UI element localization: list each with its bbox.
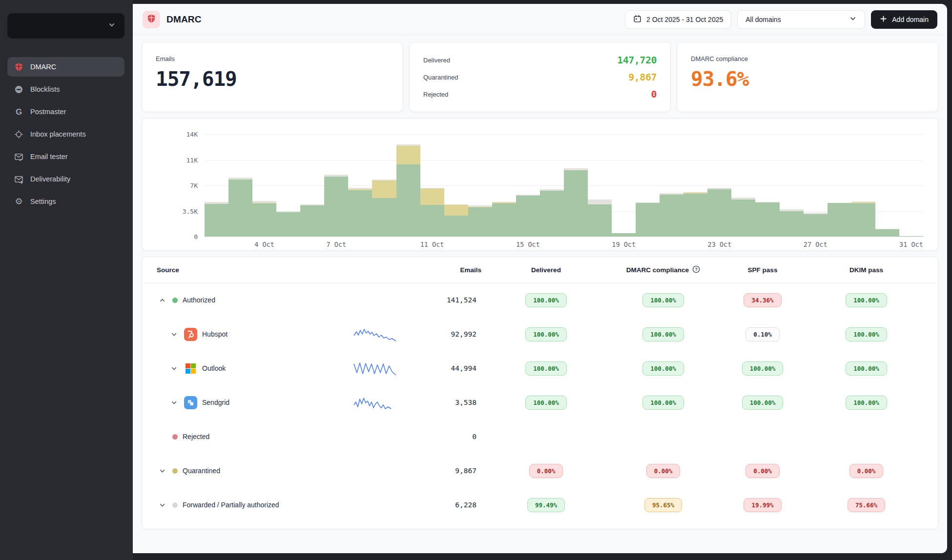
percentage-badge: 19.99% [744, 498, 781, 512]
column-delivered: Delivered [481, 266, 611, 274]
source-label: Rejected [183, 433, 209, 440]
crosshair-icon [14, 129, 24, 140]
table-row[interactable]: Outlook44,994100.00%100.00%100.00%100.00… [142, 351, 938, 385]
chevron-down-icon [849, 15, 857, 24]
x-axis-tick: 19 Oct [612, 240, 636, 248]
table-row[interactable]: Hubspot92,992100.00%100.00%0.10%100.00% [142, 317, 938, 351]
sidebar-item-dmarc[interactable]: DMARC [7, 57, 124, 77]
chart-bar [804, 213, 828, 237]
bar-segment-delivered [707, 189, 731, 237]
calendar-icon [633, 15, 642, 24]
table-row[interactable]: Sendgrid3,538100.00%100.00%100.00%100.00… [142, 385, 938, 420]
percentage-badge: 100.00% [742, 396, 784, 410]
chart-bar [324, 175, 348, 237]
chevron-up-icon[interactable] [157, 295, 167, 305]
bar-segment-delivered [755, 202, 779, 237]
add-domain-button[interactable]: Add domain [871, 10, 937, 29]
chevron-down-icon[interactable] [168, 363, 179, 374]
breakdown-row: Delivered147,720 [423, 54, 657, 66]
table-header-row: Source Emails Delivered DMARC compliance… [142, 257, 938, 283]
bar-segment-delivered [636, 203, 660, 237]
bar-segment-delivered [348, 190, 372, 237]
chart-bar [540, 189, 564, 237]
badge-cell: 100.00% [809, 361, 923, 376]
sidebar-item-inbox-placements[interactable]: Inbox placements [7, 124, 124, 144]
envelope-check-icon [14, 152, 24, 162]
breakdown-row: Rejected0 [423, 88, 657, 100]
column-emails: Emails [420, 266, 481, 274]
bar-segment-delivered [851, 203, 875, 237]
bar-segment-delivered [420, 205, 444, 237]
chart-bar [683, 192, 707, 237]
chevron-down-icon[interactable] [157, 465, 167, 476]
emails-value: 0 [420, 433, 481, 440]
envelope-arrow-icon [14, 174, 24, 184]
sidebar-item-label: Inbox placements [30, 130, 86, 138]
source-label: Authorized [183, 296, 215, 304]
sidebar-item-blocklists[interactable]: Blocklists [7, 80, 124, 99]
date-range-button[interactable]: 2 Oct 2025 - 31 Oct 2025 [625, 10, 731, 29]
badge-cell: 0.00% [809, 464, 923, 478]
help-icon[interactable]: ? [692, 265, 700, 275]
chevron-down-icon[interactable] [157, 500, 167, 510]
table-row[interactable]: Authorized141,524100.00%100.00%34.36%100… [142, 283, 938, 317]
source-cell: Authorized [157, 295, 332, 305]
y-axis-tick: 14K [186, 131, 198, 138]
breakdown-row: Quarantined9,867 [423, 71, 657, 83]
table-row[interactable]: Quarantined9,8670.00%0.00%0.00%0.00% [142, 454, 938, 488]
sidebar-item-settings[interactable]: ⚙Settings [7, 192, 124, 211]
badge-cell: 99.49% [481, 498, 611, 512]
percentage-badge: 100.00% [846, 293, 887, 307]
add-domain-label: Add domain [892, 16, 929, 23]
bar-segment-delivered [731, 200, 755, 237]
badge-cell: 100.00% [809, 327, 923, 341]
sparkline-cell [332, 394, 420, 411]
chart-bar [205, 202, 228, 237]
workspace-selector[interactable] [7, 13, 124, 39]
x-axis-tick: 23 Oct [708, 240, 732, 248]
volume-chart-card: 14K11K7K3.5K0 4 Oct7 Oct11 Oct15 Oct19 O… [142, 118, 938, 251]
google-g-icon: G [14, 107, 24, 117]
chart-bar [828, 203, 851, 237]
page-title: DMARC [166, 14, 202, 25]
percentage-badge: 100.00% [642, 293, 684, 307]
bar-segment-delivered [372, 198, 396, 237]
sidebar-item-label: Postmaster [30, 108, 66, 116]
chart-bar [780, 209, 804, 237]
bar-segment-forwarded [588, 200, 612, 205]
sidebar-item-label: DMARC [30, 63, 56, 71]
sidebar-item-postmaster[interactable]: GPostmaster [7, 102, 124, 121]
sidebar-item-email-tester[interactable]: Email tester [7, 147, 124, 166]
domain-filter-select[interactable]: All domains [737, 10, 865, 29]
chart-bar [707, 188, 731, 237]
sidebar-item-label: Settings [30, 198, 56, 205]
column-dkim-pass: DKIM pass [809, 266, 923, 274]
bar-segment-delivered [492, 203, 516, 237]
sidebar-item-deliverability[interactable]: Deliverability [7, 169, 124, 189]
y-axis-tick: 11K [186, 156, 198, 163]
date-range-label: 2 Oct 2025 - 31 Oct 2025 [646, 16, 723, 23]
bar-segment-delivered [228, 180, 252, 237]
bar-segment-delivered [324, 177, 348, 237]
svg-text:?: ? [695, 267, 698, 272]
sidebar-item-label: Deliverability [30, 175, 70, 183]
bar-segment-delivered [564, 170, 588, 237]
bar-segment-delivered [828, 203, 851, 237]
bar-segment-delivered [252, 203, 276, 237]
bar-segment-delivered [516, 196, 540, 237]
chart-bar [228, 178, 252, 237]
table-row[interactable]: Forwarded / Partially authorized6,22899.… [142, 488, 938, 522]
source-label: Hubspot [202, 330, 228, 338]
chart-bar [612, 233, 636, 237]
percentage-badge: 100.00% [642, 361, 684, 376]
percentage-badge: 100.00% [846, 361, 887, 376]
source-label: Sendgrid [202, 399, 229, 406]
block-icon [14, 84, 24, 95]
microsoft-icon [184, 362, 197, 375]
bar-segment-delivered [899, 236, 923, 237]
table-row[interactable]: Rejected0 [142, 420, 938, 454]
chevron-down-icon[interactable] [168, 397, 179, 408]
source-cell: Forwarded / Partially authorized [157, 500, 332, 510]
badge-cell: 34.36% [716, 293, 809, 307]
chevron-down-icon[interactable] [168, 329, 179, 340]
